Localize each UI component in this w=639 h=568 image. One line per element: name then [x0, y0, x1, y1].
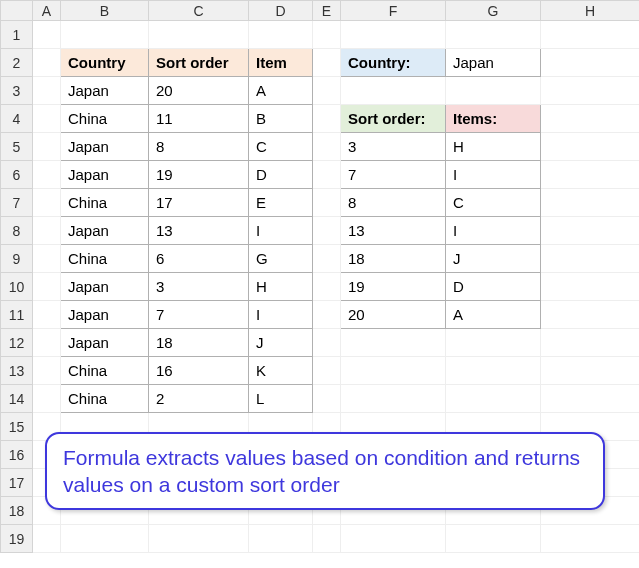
cell[interactable] [541, 273, 640, 301]
col-F[interactable]: F [341, 1, 446, 21]
cell-item[interactable]: C [249, 133, 313, 161]
row-8[interactable]: 8 [1, 217, 33, 245]
cell[interactable] [61, 21, 149, 49]
cell[interactable] [313, 357, 341, 385]
cell-country[interactable]: China [61, 385, 149, 413]
cell[interactable] [341, 77, 446, 105]
cell[interactable] [249, 525, 313, 553]
cell-item[interactable]: D [249, 161, 313, 189]
row-2[interactable]: 2 [1, 49, 33, 77]
cell[interactable] [33, 105, 61, 133]
cell[interactable] [313, 385, 341, 413]
result-sort[interactable]: 20 [341, 301, 446, 329]
result-item[interactable]: I [446, 217, 541, 245]
cell[interactable] [541, 301, 640, 329]
cell-item[interactable]: A [249, 77, 313, 105]
cell[interactable] [541, 21, 640, 49]
cell[interactable] [446, 77, 541, 105]
row-11[interactable]: 11 [1, 301, 33, 329]
result-header-sort[interactable]: Sort order: [341, 105, 446, 133]
cell-sort[interactable]: 20 [149, 77, 249, 105]
cell[interactable] [249, 21, 313, 49]
cell[interactable] [33, 329, 61, 357]
row-13[interactable]: 13 [1, 357, 33, 385]
cell-sort[interactable]: 7 [149, 301, 249, 329]
result-sort[interactable]: 7 [341, 161, 446, 189]
cell-item[interactable]: I [249, 301, 313, 329]
cell[interactable] [313, 133, 341, 161]
cell-country[interactable]: Japan [61, 161, 149, 189]
cell[interactable] [541, 161, 640, 189]
cell-sort[interactable]: 13 [149, 217, 249, 245]
cell-item[interactable]: J [249, 329, 313, 357]
cell[interactable] [446, 385, 541, 413]
cell-item[interactable]: K [249, 357, 313, 385]
cell[interactable] [541, 133, 640, 161]
cell[interactable] [313, 105, 341, 133]
row-5[interactable]: 5 [1, 133, 33, 161]
row-4[interactable]: 4 [1, 105, 33, 133]
cell-country[interactable]: China [61, 189, 149, 217]
cell-item[interactable]: B [249, 105, 313, 133]
cell[interactable] [33, 189, 61, 217]
cell[interactable] [313, 329, 341, 357]
cell[interactable] [313, 21, 341, 49]
cell[interactable] [313, 273, 341, 301]
cell-item[interactable]: H [249, 273, 313, 301]
cell[interactable] [446, 21, 541, 49]
cell[interactable] [541, 385, 640, 413]
cell-sort[interactable]: 2 [149, 385, 249, 413]
result-item[interactable]: J [446, 245, 541, 273]
cell[interactable] [313, 189, 341, 217]
row-6[interactable]: 6 [1, 161, 33, 189]
col-H[interactable]: H [541, 1, 640, 21]
result-sort[interactable]: 13 [341, 217, 446, 245]
cell[interactable] [446, 357, 541, 385]
cell[interactable] [149, 21, 249, 49]
cell-country[interactable]: Japan [61, 329, 149, 357]
cell-country[interactable]: Japan [61, 77, 149, 105]
cell[interactable] [149, 525, 249, 553]
cell[interactable] [33, 49, 61, 77]
cell-country[interactable]: Japan [61, 133, 149, 161]
result-item[interactable]: H [446, 133, 541, 161]
cell[interactable] [341, 21, 446, 49]
cell-country[interactable]: Japan [61, 301, 149, 329]
cell[interactable] [33, 133, 61, 161]
cell-country[interactable]: Japan [61, 273, 149, 301]
result-sort[interactable]: 3 [341, 133, 446, 161]
cell[interactable] [541, 245, 640, 273]
col-E[interactable]: E [313, 1, 341, 21]
result-item[interactable]: C [446, 189, 541, 217]
col-B[interactable]: B [61, 1, 149, 21]
row-18[interactable]: 18 [1, 497, 33, 525]
cell-country[interactable]: China [61, 357, 149, 385]
corner-cell[interactable] [1, 1, 33, 21]
cell[interactable] [33, 217, 61, 245]
cell[interactable] [541, 105, 640, 133]
col-D[interactable]: D [249, 1, 313, 21]
cell-sort[interactable]: 8 [149, 133, 249, 161]
filter-label[interactable]: Country: [341, 49, 446, 77]
cell-sort[interactable]: 3 [149, 273, 249, 301]
cell-country[interactable]: China [61, 245, 149, 273]
cell[interactable] [341, 385, 446, 413]
result-sort[interactable]: 18 [341, 245, 446, 273]
row-3[interactable]: 3 [1, 77, 33, 105]
row-1[interactable]: 1 [1, 21, 33, 49]
result-item[interactable]: A [446, 301, 541, 329]
filter-value[interactable]: Japan [446, 49, 541, 77]
result-item[interactable]: D [446, 273, 541, 301]
cell[interactable] [341, 329, 446, 357]
cell[interactable] [313, 77, 341, 105]
cell-sort[interactable]: 6 [149, 245, 249, 273]
cell[interactable] [33, 357, 61, 385]
cell[interactable] [313, 525, 341, 553]
row-10[interactable]: 10 [1, 273, 33, 301]
row-12[interactable]: 12 [1, 329, 33, 357]
cell-sort[interactable]: 19 [149, 161, 249, 189]
result-item[interactable]: I [446, 161, 541, 189]
cell-country[interactable]: Japan [61, 217, 149, 245]
cell-item[interactable]: I [249, 217, 313, 245]
cell[interactable] [313, 161, 341, 189]
